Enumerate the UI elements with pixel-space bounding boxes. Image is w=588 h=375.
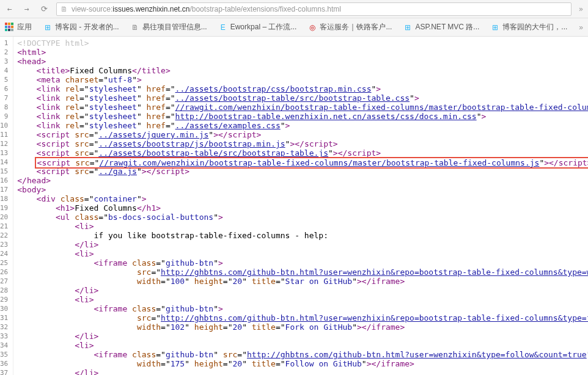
apps-label: 应用	[17, 22, 32, 32]
bookmark-item[interactable]: ◎客运服务｜铁路客户...	[307, 22, 392, 32]
url-path: /bootstrap-table/extensions/fixed-column…	[189, 5, 340, 13]
source-line: <head>	[17, 57, 588, 66]
source-line: </li>	[17, 240, 588, 249]
source-line: <!DOCTYPE html>	[17, 38, 588, 48]
source-line: <script src="../assets/bootstrap/js/boot…	[17, 139, 588, 148]
source-line: <ul class="bs-docs-social-buttons">	[17, 213, 588, 222]
source-line: <link rel="stylesheet" href="../assets/b…	[17, 84, 588, 93]
bookmark-item[interactable]: ⊞博客园 - 开发者的...	[43, 22, 119, 32]
source-view: 1234567891011121314151617181920212223242…	[0, 37, 588, 375]
apps-icon	[5, 23, 15, 32]
source-line: width="100" height="20" title="Star on G…	[17, 277, 588, 286]
source-line: <link rel="stylesheet" href="//rawgit.co…	[17, 103, 588, 112]
page-icon: 🗎	[61, 5, 68, 13]
source-line: <link rel="stylesheet" href="../assets/b…	[17, 93, 588, 103]
source-line: <link rel="stylesheet" href="../assets/e…	[17, 121, 588, 130]
source-line: <li>	[17, 295, 588, 304]
bookmark-item[interactable]: 🗎易往项目管理信息...	[130, 22, 207, 32]
bookmark-item[interactable]: ⊞ASP.NET MVC 路...	[403, 22, 479, 32]
chevron-right-icon[interactable]: »	[579, 23, 583, 32]
source-line: <script src="../assets/jquery.min.js"></…	[17, 130, 588, 139]
favicon: ◎	[307, 23, 317, 32]
source-line: src="http://ghbtns.com/github-btn.html?u…	[17, 313, 588, 322]
source-line: <iframe class="github-btn">	[17, 304, 588, 313]
source-line: </li>	[17, 286, 588, 295]
address-bar[interactable]: 🗎 view-source:issues.wenzhixin.net.cn/bo…	[56, 2, 571, 16]
favicon: 🗎	[130, 23, 140, 32]
source-line: <div class="container">	[17, 194, 588, 203]
source-line: width="175" height="20" title="Follow on…	[17, 359, 588, 368]
source-line: <li>	[17, 341, 588, 350]
line-gutter: 1234567891011121314151617181920212223242…	[0, 37, 13, 375]
favicon: ⊞	[403, 23, 413, 32]
bookmark-label: Eworkpal – 工作流...	[230, 22, 297, 32]
bookmark-label: 易往项目管理信息...	[142, 22, 207, 32]
bookmark-item[interactable]: ⊞博客园的大牛们，...	[490, 22, 567, 32]
source-line: </head>	[17, 176, 588, 185]
source-line: width="102" height="20" title="Fork on G…	[17, 322, 588, 332]
source-code[interactable]: <!DOCTYPE html><html><head> <title>Fixed…	[13, 37, 588, 375]
bookmark-item[interactable]: EEworkpal – 工作流...	[218, 22, 297, 32]
back-button[interactable]: ←	[5, 4, 15, 14]
bookmark-label: 博客园的大牛们，...	[502, 22, 567, 32]
source-line: <html>	[17, 48, 588, 57]
browser-toolbar: ← → ⟳ 🗎 view-source:issues.wenzhixin.net…	[0, 0, 588, 18]
source-line: <meta charset="utf-8">	[17, 75, 588, 84]
reload-button[interactable]: ⟳	[39, 4, 49, 14]
bookmark-label: ASP.NET MVC 路...	[415, 22, 479, 32]
bookmark-label: 客运服务｜铁路客户...	[320, 22, 392, 32]
bookmarks-bar: 应用 ⊞博客园 - 开发者的...🗎易往项目管理信息...EEworkpal –…	[0, 18, 588, 37]
url-host: issues.wenzhixin.net.cn	[112, 5, 189, 13]
source-line: </li>	[17, 368, 588, 375]
forward-button[interactable]: →	[22, 4, 32, 14]
source-line: if you like bootstrap-table-fixed-column…	[17, 231, 588, 240]
source-line: <link rel="stylesheet" href="http://boot…	[17, 112, 588, 121]
source-line: </li>	[17, 332, 588, 341]
favicon: E	[218, 23, 228, 32]
source-line: <title>Fixed Columns</title>	[17, 66, 588, 75]
source-line: src="http://ghbtns.com/github-btn.html?u…	[17, 268, 588, 277]
favicon: ⊞	[490, 23, 500, 32]
bookmark-label: 博客园 - 开发者的...	[55, 22, 119, 32]
apps-button[interactable]: 应用	[5, 22, 32, 32]
source-line: <script src="../assets/bootstrap-table/s…	[17, 148, 588, 158]
source-line: <h1>Fixed Columns</h1>	[17, 203, 588, 213]
chevron-right-icon[interactable]: »	[579, 5, 583, 13]
source-line: <body>	[17, 185, 588, 194]
source-line: <li>	[17, 222, 588, 231]
source-line: <iframe class="github-btn">	[17, 258, 588, 268]
favicon: ⊞	[43, 23, 53, 32]
source-line: <iframe class="github-btn" src="http://g…	[17, 350, 588, 359]
url-scheme: view-source:	[72, 5, 112, 13]
source-line: <li>	[17, 249, 588, 258]
source-line: <script src="//rawgit.com/wenzhixin/boot…	[17, 158, 588, 167]
